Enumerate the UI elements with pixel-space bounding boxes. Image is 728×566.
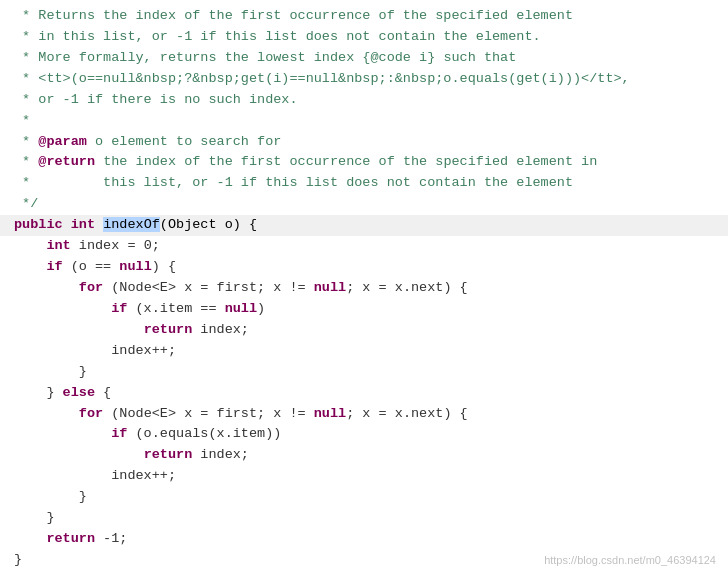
- code-line-19: } else {: [0, 383, 728, 404]
- method-signature-line: public int indexOf(Object o) {: [0, 215, 728, 236]
- code-line-22: return index;: [0, 445, 728, 466]
- comment-line-2: * in this list, or -1 if this list does …: [0, 27, 728, 48]
- code-line-21: if (o.equals(x.item)): [0, 424, 728, 445]
- comment-line-6: *: [0, 111, 728, 132]
- code-line-24: }: [0, 487, 728, 508]
- comment-line-5: * or -1 if there is no such index.: [0, 90, 728, 111]
- comment-line-7: * @param o element to search for: [0, 132, 728, 153]
- comment-line-9: * this list, or -1 if this list does not…: [0, 173, 728, 194]
- comment-line-8: * @return the index of the first occurre…: [0, 152, 728, 173]
- code-line-12: int index = 0;: [0, 236, 728, 257]
- code-line-13: if (o == null) {: [0, 257, 728, 278]
- code-container: * Returns the index of the first occurre…: [0, 0, 728, 566]
- comment-line-3: * More formally, returns the lowest inde…: [0, 48, 728, 69]
- code-line-23: index++;: [0, 466, 728, 487]
- code-line-25: }: [0, 508, 728, 529]
- watermark: https://blog.csdn.net/m0_46394124: [544, 552, 716, 566]
- code-line-14: for (Node<E> x = first; x != null; x = x…: [0, 278, 728, 299]
- method-name-highlight: indexOf: [103, 217, 160, 232]
- code-line-18: }: [0, 362, 728, 383]
- comment-line-1: * Returns the index of the first occurre…: [0, 6, 728, 27]
- comment-line-10: */: [0, 194, 728, 215]
- code-line-17: index++;: [0, 341, 728, 362]
- code-line-16: return index;: [0, 320, 728, 341]
- code-line-26: return -1;: [0, 529, 728, 550]
- code-line-20: for (Node<E> x = first; x != null; x = x…: [0, 404, 728, 425]
- code-line-15: if (x.item == null): [0, 299, 728, 320]
- comment-line-4: * <tt>(o==null&nbsp;?&nbsp;get(i)==null&…: [0, 69, 728, 90]
